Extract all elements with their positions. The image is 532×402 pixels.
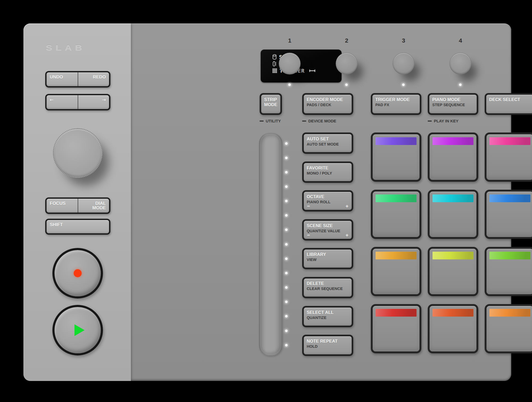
dash-icon	[302, 121, 306, 122]
knob-2-number-label: 2	[336, 37, 358, 44]
pad-color-bar	[433, 252, 473, 259]
delete-title: DELETE	[307, 281, 349, 286]
strip-led-10	[285, 272, 288, 274]
hold-range-icon	[309, 69, 315, 72]
encoder-knob-2[interactable]	[336, 53, 358, 74]
utility-sublabel: UTILITY	[260, 119, 281, 123]
pad-r3-c2[interactable]	[428, 247, 478, 296]
undo-button[interactable]: UNDO	[47, 72, 78, 86]
deck-select-button[interactable]: DECK SELECT	[485, 93, 532, 115]
encoder-knob-4[interactable]	[450, 53, 471, 74]
pad-r2-c2[interactable]	[428, 190, 478, 239]
pad-r4-c2[interactable]	[428, 304, 478, 353]
scene-size-minus-label: −	[307, 233, 310, 238]
octave-plus-label: +	[346, 204, 348, 209]
piano-mode-button[interactable]: PIANO MODE STEP SEQUENCE	[428, 93, 478, 115]
stems-icon	[272, 54, 277, 60]
favorite-button[interactable]: FAVORITE MONO / POLY	[302, 161, 353, 183]
pad-r1-c1[interactable]	[371, 132, 421, 182]
dash-icon	[260, 121, 264, 122]
pad-r2-c3[interactable]	[485, 190, 532, 239]
nav-right-button[interactable]: →	[78, 95, 109, 109]
octave-button[interactable]: OCTAVE PIANO ROLL − +	[302, 190, 353, 212]
favorite-title: FAVORITE	[307, 165, 349, 171]
strip-led-12	[285, 301, 288, 303]
pad-r2-c1[interactable]	[371, 190, 421, 239]
pad-r3-c3[interactable]	[485, 247, 532, 296]
brand-logo: SLAB	[46, 43, 85, 52]
strip-led-5	[285, 200, 288, 202]
play-in-key-sublabel: PLAY IN KEY	[428, 119, 459, 123]
slab-controller-device: SLAB UNDO REDO ← → FOCUS DIAL MODE SHIFT	[23, 23, 511, 381]
trigger-mode-button[interactable]: TRIGGER MODE PAD FX	[371, 93, 421, 115]
strip-led-13	[285, 315, 288, 317]
left-panel: SLAB UNDO REDO ← → FOCUS DIAL MODE SHIFT	[23, 23, 131, 381]
octave-minus-label: −	[307, 204, 310, 209]
encoder-mode-title: ENCODER MODE	[307, 97, 349, 102]
strip-led-14	[285, 330, 288, 332]
right-arrow-icon: →	[102, 97, 106, 102]
nav-left-button[interactable]: ←	[47, 95, 78, 109]
pad-color-bar	[433, 137, 473, 145]
play-button[interactable]	[52, 305, 103, 355]
shift-button[interactable]: SHIFT	[45, 219, 110, 235]
undo-redo-button-group: UNDO REDO	[45, 71, 110, 88]
encoder-knob-1[interactable]	[279, 53, 301, 74]
record-button[interactable]	[52, 248, 103, 299]
play-in-key-sublabel-text: PLAY IN KEY	[434, 119, 459, 123]
pad-r1-c2[interactable]	[428, 132, 478, 182]
browse-dial[interactable]	[53, 128, 102, 178]
piano-mode-subtitle: STEP SEQUENCE	[432, 103, 474, 107]
pad-color-bar	[489, 137, 530, 145]
encoder-mode-subtitle: PADS / DECK	[307, 103, 349, 107]
strip-led-2	[285, 157, 288, 159]
scene-size-button[interactable]: SCENE SIZE QUANTIZE VALUE − +	[302, 219, 353, 241]
dial-mode-button[interactable]: DIAL MODE	[78, 199, 109, 213]
pad-grid-icon	[272, 68, 277, 73]
focus-button[interactable]: FOCUS	[47, 199, 78, 213]
library-button[interactable]: LIBRARY VIEW	[302, 248, 353, 269]
left-arrow-icon: ←	[50, 97, 53, 102]
pad-color-bar	[489, 252, 530, 259]
library-title: LIBRARY	[307, 252, 349, 257]
strip-led-3	[285, 171, 288, 173]
knob-2-led	[345, 84, 348, 86]
device-mode-sublabel-text: DEVICE MODE	[308, 119, 336, 123]
delete-subtitle: CLEAR SEQUENCE	[307, 287, 349, 291]
redo-button[interactable]: REDO	[78, 72, 109, 86]
touch-strip[interactable]	[259, 133, 282, 356]
strip-mode-title: STRIP MODE	[264, 97, 277, 107]
strip-led-8	[285, 243, 288, 246]
pad-color-bar	[376, 137, 417, 145]
pad-r1-c3[interactable]	[485, 132, 532, 182]
dash-icon	[428, 121, 432, 122]
auto-set-button[interactable]: AUTO SET AUTO SET MODE	[302, 132, 353, 154]
focus-dialmode-button-group: FOCUS DIAL MODE	[45, 197, 110, 214]
note-repeat-title: NOTE REPEAT	[307, 339, 349, 344]
main-panel: STEMS FX1 TRIGGER 1 2 3 4 STRIP MODE	[131, 23, 511, 381]
strip-led-1	[285, 142, 288, 145]
library-subtitle: VIEW	[307, 258, 349, 262]
stage: SLAB UNDO REDO ← → FOCUS DIAL MODE SHIFT	[0, 0, 532, 402]
pad-color-bar	[489, 194, 530, 202]
deck-select-title: DECK SELECT	[489, 97, 531, 102]
strip-mode-button[interactable]: STRIP MODE	[260, 93, 282, 115]
delete-button[interactable]: DELETE CLEAR SEQUENCE	[302, 277, 353, 298]
display-screen: STEMS FX1 TRIGGER	[261, 49, 342, 82]
strip-led-15	[285, 344, 288, 346]
pad-color-bar	[433, 194, 473, 202]
pad-r3-c1[interactable]	[371, 247, 421, 296]
strip-led-7	[285, 229, 288, 231]
select-all-button[interactable]: SELECT ALL QUANTIZE	[302, 306, 353, 327]
pad-r4-c3[interactable]	[485, 304, 532, 353]
piano-mode-title: PIANO MODE	[432, 97, 474, 102]
pad-r4-c1[interactable]	[371, 304, 421, 353]
pad-color-bar	[376, 309, 417, 317]
utility-sublabel-text: UTILITY	[266, 119, 281, 123]
encoder-mode-button[interactable]: ENCODER MODE PADS / DECK	[302, 93, 353, 115]
encoder-knob-3[interactable]	[393, 53, 414, 74]
note-repeat-subtitle: HOLD	[307, 345, 349, 349]
octave-subtitle: PIANO ROLL	[307, 200, 349, 204]
trigger-mode-subtitle: PAD FX	[375, 103, 417, 107]
note-repeat-button[interactable]: NOTE REPEAT HOLD	[302, 335, 353, 356]
